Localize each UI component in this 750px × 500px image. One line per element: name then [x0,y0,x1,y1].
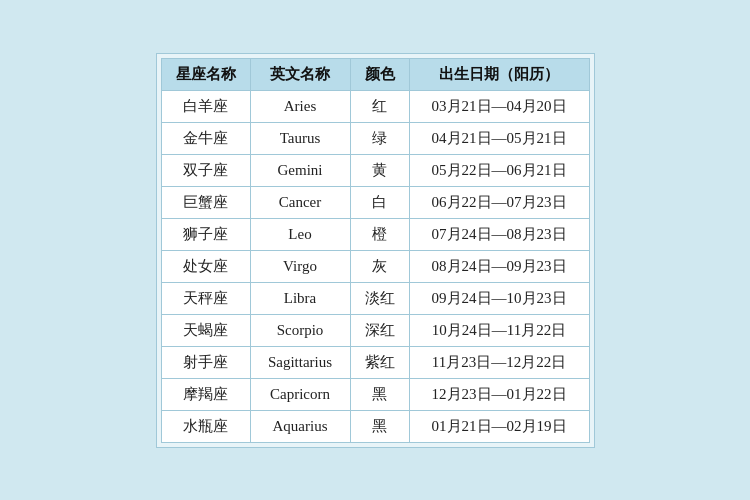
table-row: 天蝎座Scorpio深红10月24日—11月22日 [161,314,589,346]
table-row: 金牛座Taurus绿04月21日—05月21日 [161,122,589,154]
cell-en-name: Gemini [250,154,350,186]
cell-zh-name: 天秤座 [161,282,250,314]
header-zh-name: 星座名称 [161,58,250,90]
header-color: 颜色 [350,58,409,90]
cell-color: 绿 [350,122,409,154]
cell-en-name: Aries [250,90,350,122]
cell-en-name: Libra [250,282,350,314]
cell-en-name: Taurus [250,122,350,154]
zodiac-table-container: 星座名称 英文名称 颜色 出生日期（阳历） 白羊座Aries红03月21日—04… [156,53,595,448]
cell-zh-name: 狮子座 [161,218,250,250]
cell-zh-name: 摩羯座 [161,378,250,410]
cell-dates: 09月24日—10月23日 [409,282,589,314]
cell-en-name: Aquarius [250,410,350,442]
cell-color: 灰 [350,250,409,282]
cell-zh-name: 金牛座 [161,122,250,154]
cell-en-name: Leo [250,218,350,250]
cell-zh-name: 双子座 [161,154,250,186]
table-row: 射手座Sagittarius紫红11月23日—12月22日 [161,346,589,378]
table-row: 白羊座Aries红03月21日—04月20日 [161,90,589,122]
cell-en-name: Capricorn [250,378,350,410]
zodiac-table: 星座名称 英文名称 颜色 出生日期（阳历） 白羊座Aries红03月21日—04… [161,58,590,443]
cell-dates: 10月24日—11月22日 [409,314,589,346]
cell-color: 深红 [350,314,409,346]
table-row: 处女座Virgo灰08月24日—09月23日 [161,250,589,282]
cell-color: 黄 [350,154,409,186]
header-en-name: 英文名称 [250,58,350,90]
cell-dates: 05月22日—06月21日 [409,154,589,186]
cell-color: 紫红 [350,346,409,378]
cell-dates: 07月24日—08月23日 [409,218,589,250]
cell-dates: 04月21日—05月21日 [409,122,589,154]
cell-zh-name: 射手座 [161,346,250,378]
cell-en-name: Scorpio [250,314,350,346]
cell-color: 淡红 [350,282,409,314]
cell-dates: 11月23日—12月22日 [409,346,589,378]
cell-dates: 01月21日—02月19日 [409,410,589,442]
table-row: 狮子座Leo橙07月24日—08月23日 [161,218,589,250]
cell-zh-name: 天蝎座 [161,314,250,346]
table-header-row: 星座名称 英文名称 颜色 出生日期（阳历） [161,58,589,90]
cell-color: 红 [350,90,409,122]
cell-dates: 08月24日—09月23日 [409,250,589,282]
cell-en-name: Cancer [250,186,350,218]
cell-en-name: Sagittarius [250,346,350,378]
cell-zh-name: 巨蟹座 [161,186,250,218]
cell-color: 黑 [350,410,409,442]
table-row: 巨蟹座Cancer白06月22日—07月23日 [161,186,589,218]
table-row: 水瓶座Aquarius黑01月21日—02月19日 [161,410,589,442]
cell-color: 橙 [350,218,409,250]
cell-color: 白 [350,186,409,218]
cell-color: 黑 [350,378,409,410]
cell-dates: 06月22日—07月23日 [409,186,589,218]
table-row: 双子座Gemini黄05月22日—06月21日 [161,154,589,186]
table-row: 摩羯座Capricorn黑12月23日—01月22日 [161,378,589,410]
cell-zh-name: 处女座 [161,250,250,282]
cell-en-name: Virgo [250,250,350,282]
table-row: 天秤座Libra淡红09月24日—10月23日 [161,282,589,314]
header-dates: 出生日期（阳历） [409,58,589,90]
cell-dates: 03月21日—04月20日 [409,90,589,122]
cell-zh-name: 白羊座 [161,90,250,122]
cell-dates: 12月23日—01月22日 [409,378,589,410]
cell-zh-name: 水瓶座 [161,410,250,442]
